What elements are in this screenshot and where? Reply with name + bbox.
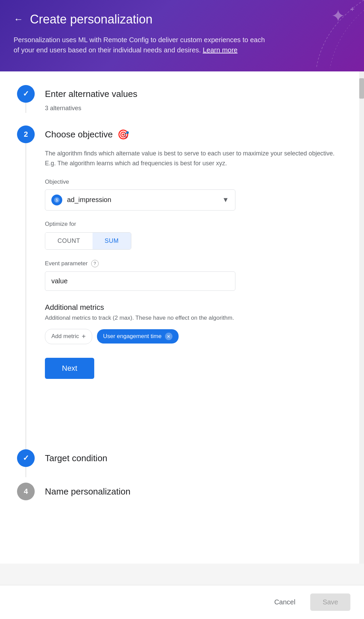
header-description: Personalization uses ML with Remote Conf… [14,35,269,55]
main-content: ✓ Enter alternative values 3 alternative… [0,71,364,564]
add-metric-label: Add metric [51,333,79,340]
learn-more-link[interactable]: Learn more [203,46,237,54]
event-param-label-row: Event parameter ? [45,260,344,267]
step-1-subtitle: 3 alternatives [45,105,344,112]
step-4-number: 4 [24,487,28,496]
additional-metrics-desc: Additional metrics to track (2 max). The… [45,315,344,321]
step-2-title-row: Choose objective 🎯 [45,126,344,143]
step-4-title: Name personalization [45,486,130,497]
step-3-left: ✓ [17,449,35,477]
cancel-button[interactable]: Cancel [267,594,302,610]
step-1-left: ✓ [17,85,35,113]
metrics-chips-row: Add metric + User engagement time ✕ [45,329,344,344]
objective-label: Objective [45,179,344,185]
svg-text:$: $ [56,198,58,202]
step-2-left: 2 [17,126,35,449]
step-4: 4 Name personalization [17,483,344,516]
step-1-title-row: Enter alternative values [45,85,344,103]
add-metric-plus-icon: + [82,333,86,340]
dropdown-ad-icon: $ [51,195,62,205]
step-2-body: The algorithm finds which alternate valu… [45,149,344,396]
step-2-line [26,143,26,449]
page-title: Create personalization [30,12,152,27]
step-4-circle: 4 [17,483,35,500]
event-param-input[interactable] [45,271,235,291]
bottom-bar: Cancel Save [0,585,364,619]
step-4-content: Name personalization [45,483,344,516]
step-1: ✓ Enter alternative values 3 alternative… [17,85,344,126]
additional-metrics-title: Additional metrics [45,303,344,312]
objective-icon: 🎯 [117,129,129,140]
next-button[interactable]: Next [45,358,94,379]
step-1-content: Enter alternative values 3 alternatives [45,85,344,126]
header-decoration [255,0,364,68]
step-2-title: Choose objective [45,129,113,140]
save-button[interactable]: Save [310,593,350,611]
sum-toggle-btn[interactable]: SUM [93,233,131,249]
star-small-decoration: + [350,5,354,14]
user-engagement-remove-icon[interactable]: ✕ [165,333,172,340]
step-3-title-row: Target condition [45,449,344,467]
step-3-title: Target condition [45,453,107,464]
step-3-content: Target condition [45,449,344,483]
back-button[interactable]: ← [14,14,23,25]
count-toggle-btn[interactable]: COUNT [45,233,93,249]
step-1-circle: ✓ [17,85,35,103]
user-engagement-label: User engagement time [103,333,162,340]
step-1-title: Enter alternative values [45,89,137,99]
step-2-number: 2 [24,130,28,139]
objective-value: ad_impression [67,196,217,204]
algorithm-description: The algorithm finds which alternate valu… [45,149,344,168]
step-2: 2 Choose objective 🎯 The algorithm finds… [17,126,344,449]
step-1-line [26,103,26,113]
step-3-line [26,467,26,477]
optimize-toggle-group: COUNT SUM [45,232,131,250]
optimize-label: Optimize for [45,221,344,228]
step-1-check-icon: ✓ [23,89,29,98]
step-4-left: 4 [17,483,35,500]
step-3-check-icon: ✓ [23,454,29,463]
objective-dropdown[interactable]: $ ad_impression ▼ [45,189,235,211]
steps-container: ✓ Enter alternative values 3 alternative… [0,71,364,530]
add-metric-button[interactable]: Add metric + [45,329,92,344]
dropdown-arrow-icon: ▼ [222,196,229,204]
step-2-content: Choose objective 🎯 The algorithm finds w… [45,126,344,409]
page-header: ✦ + ← Create personalization Personaliza… [0,0,364,71]
user-engagement-chip[interactable]: User engagement time ✕ [97,329,179,344]
event-param-help-icon[interactable]: ? [91,260,99,267]
bottom-spacer [0,530,364,564]
event-param-label-text: Event parameter [45,260,88,267]
step-2-circle: 2 [17,126,35,143]
step-3: ✓ Target condition [17,449,344,483]
step-3-circle: ✓ [17,449,35,467]
step-4-title-row: Name personalization [45,483,344,500]
